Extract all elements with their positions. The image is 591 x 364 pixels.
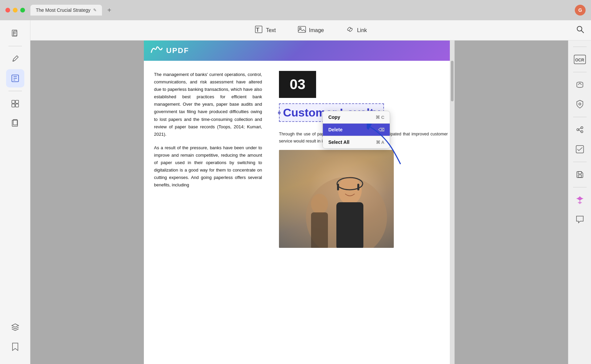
toolbar-text[interactable]: T Text [250, 22, 280, 38]
search-icon [576, 25, 584, 33]
bookmark-button[interactable] [6, 338, 24, 356]
save-button[interactable] [571, 165, 589, 184]
compress-icon [11, 119, 20, 128]
pdf-para-1: The management of banks' current operati… [154, 71, 262, 138]
organize-icon [11, 99, 20, 108]
scrollbar-track[interactable] [450, 41, 455, 364]
pdf-left-column: The management of banks' current operati… [144, 68, 272, 251]
tab-label: The Most Crucial Strategy [36, 7, 91, 13]
share-button[interactable] [571, 121, 589, 139]
svg-rect-26 [337, 184, 339, 190]
window-controls [5, 8, 25, 12]
text-toolbar-icon: T [254, 25, 263, 35]
convert-button[interactable] [571, 76, 589, 94]
heading-container: Customer Loyalty Copy ⌘ C [279, 103, 448, 126]
ocr-button[interactable]: OCR [571, 50, 589, 69]
pdf-header-banner: UPDF [144, 41, 455, 61]
toolbar-image[interactable]: Image [293, 22, 328, 38]
search-button[interactable] [576, 25, 584, 35]
svg-text:OCR: OCR [575, 58, 584, 62]
check-icon [575, 145, 584, 154]
app-body: T Text Image [0, 20, 591, 364]
close-button[interactable] [5, 8, 10, 12]
select-all-label: Select All [328, 139, 350, 145]
svg-point-28 [311, 194, 328, 214]
svg-rect-1 [14, 31, 17, 36]
ai-icon [575, 196, 584, 204]
pdf-logo: UPDF [151, 46, 189, 56]
right-sidebar-divider-3 [573, 162, 587, 162]
svg-point-32 [579, 103, 581, 105]
copy-label: Copy [328, 114, 340, 120]
save-icon [576, 171, 584, 179]
customer-loyalty-heading[interactable]: Customer Loyalty Copy ⌘ C [279, 103, 384, 122]
chat-icon [575, 215, 584, 224]
updf-logo-icon [151, 46, 163, 56]
pdf-right-column: 03 Customer Loyalty [272, 68, 455, 251]
scrollbar-thumb[interactable] [451, 61, 454, 101]
svg-line-20 [582, 30, 584, 33]
copy-shortcut: ⌘ C [376, 115, 384, 120]
svg-rect-10 [16, 100, 19, 103]
pdf-logo-text: UPDF [166, 46, 189, 55]
svg-rect-29 [311, 212, 328, 248]
bookmark-icon [11, 342, 19, 351]
image-toolbar-icon [298, 25, 306, 35]
right-sidebar-divider-top [573, 47, 587, 47]
tab-main[interactable]: The Most Crucial Strategy ✎ [30, 5, 102, 16]
titlebar: The Most Crucial Strategy ✎ + G [0, 0, 591, 20]
arrow-annotation [367, 124, 407, 167]
compress-button[interactable] [6, 114, 24, 132]
context-menu-copy[interactable]: Copy ⌘ C [323, 111, 390, 123]
toolbar-text-label: Text [266, 27, 276, 33]
svg-text:T: T [256, 27, 259, 33]
check-button[interactable] [571, 140, 589, 158]
svg-rect-17 [298, 26, 306, 32]
ai-button[interactable] [571, 191, 589, 209]
delete-label: Delete [328, 127, 342, 132]
section-number: 03 [290, 76, 306, 93]
main-content-wrapper: T Text Image [30, 20, 591, 364]
chat-button[interactable] [571, 210, 589, 229]
pdf-page: UPDF The management of banks' current op… [144, 41, 455, 364]
convert-icon [575, 80, 584, 89]
tab-add-button[interactable]: + [105, 5, 114, 16]
toolbar-image-label: Image [309, 27, 324, 33]
secure-button[interactable] [571, 95, 589, 113]
maximize-button[interactable] [20, 8, 25, 12]
left-sidebar [0, 20, 30, 364]
pdf-para-2: As a result of the pressure, banks have … [154, 144, 262, 189]
minimize-button[interactable] [13, 8, 18, 12]
layers-button[interactable] [6, 318, 24, 336]
svg-rect-38 [578, 175, 582, 177]
toolbar-link[interactable]: Link [341, 22, 371, 38]
svg-rect-37 [578, 172, 582, 174]
svg-point-23 [338, 176, 362, 205]
right-sidebar-divider-2 [573, 117, 587, 117]
pages-button[interactable] [6, 24, 24, 43]
tab-area: The Most Crucial Strategy ✎ + [30, 5, 114, 16]
pdf-container: UPDF The management of banks' current op… [30, 41, 568, 364]
layers-icon [11, 323, 20, 332]
organize-button[interactable] [6, 95, 24, 113]
pages-icon [11, 29, 20, 38]
svg-rect-9 [12, 100, 15, 103]
ocr-icon: OCR [574, 55, 586, 64]
svg-rect-11 [12, 104, 15, 107]
sidebar-bottom [6, 318, 24, 360]
annotate-button[interactable] [6, 50, 24, 68]
annotate-icon [11, 54, 20, 63]
tab-edit-icon: ✎ [93, 8, 97, 12]
pdf-and-right: UPDF The management of banks' current op… [30, 41, 591, 364]
edit-button[interactable] [6, 69, 24, 87]
svg-rect-24 [336, 202, 363, 248]
link-toolbar-icon [345, 25, 354, 35]
sidebar-divider-2 [8, 91, 22, 91]
right-sidebar: OCR [568, 41, 591, 364]
right-sidebar-divider-4 [573, 187, 587, 187]
svg-rect-12 [16, 104, 19, 107]
top-toolbar: T Text Image [30, 20, 591, 41]
pdf-content: The management of banks' current operati… [144, 61, 455, 258]
avatar: G [575, 5, 586, 16]
selection-handle [278, 111, 281, 114]
